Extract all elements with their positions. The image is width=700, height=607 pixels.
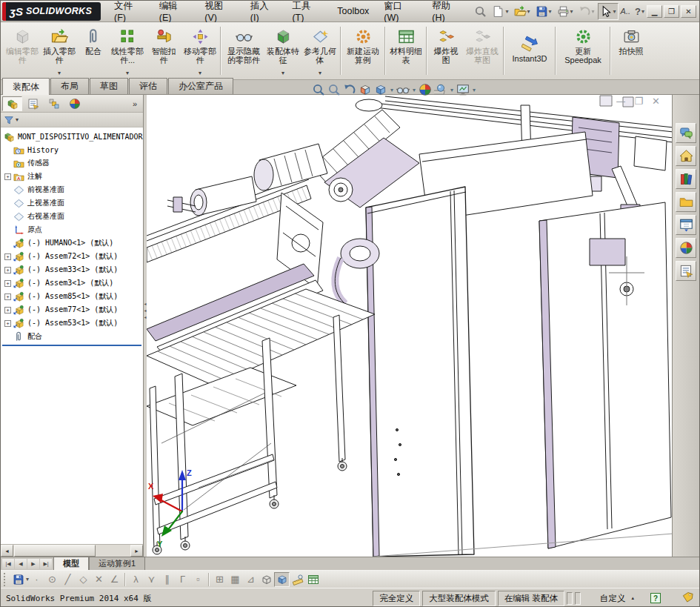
bom-button[interactable]: 材料明细表 bbox=[388, 24, 424, 77]
resources-icon[interactable] bbox=[676, 123, 696, 143]
expand-toggle[interactable]: + bbox=[4, 267, 11, 273]
panel-overflow-chevron[interactable]: » bbox=[133, 99, 141, 108]
chevron-down-icon[interactable]: ▾ bbox=[613, 8, 616, 15]
explode-line-sketch-button[interactable]: 爆炸直线草图 bbox=[464, 24, 501, 77]
mate-button[interactable]: 配合 bbox=[79, 24, 108, 77]
tree-item-assem33[interactable]: + (-) Assem33<1> (默认) bbox=[1, 263, 143, 276]
first-tab-icon[interactable]: |◀ bbox=[2, 559, 14, 569]
tree-item-origin[interactable]: 原点 bbox=[1, 223, 143, 236]
snapshot-button[interactable]: 拍快照 bbox=[613, 24, 649, 77]
assembly-features-button[interactable]: 装配体特征 ▾ bbox=[265, 24, 301, 77]
chevron-down-icon[interactable]: ▾ bbox=[473, 87, 476, 93]
chevron-down-icon[interactable]: ▾ bbox=[319, 70, 321, 76]
configurationmanager-icon[interactable] bbox=[44, 96, 64, 111]
grid-icon[interactable]: ▦ bbox=[227, 572, 243, 587]
tab-layout[interactable]: 布局 bbox=[50, 78, 89, 94]
chevron-up-icon[interactable]: ▴ bbox=[631, 595, 634, 601]
table-icon[interactable] bbox=[305, 572, 321, 587]
undo-icon[interactable]: ▾ bbox=[576, 3, 597, 20]
tree-item-front-plane[interactable]: 前视基准面 bbox=[1, 183, 143, 196]
exploded-view-button[interactable]: 爆炸视图 bbox=[430, 24, 462, 77]
chevron-down-icon[interactable]: ▾ bbox=[570, 8, 573, 15]
chevron-down-icon[interactable]: ▾ bbox=[450, 87, 453, 93]
menu-help[interactable]: 帮助(H) bbox=[424, 0, 470, 25]
chevron-down-icon[interactable]: ▾ bbox=[58, 70, 61, 76]
new-document-icon[interactable]: ▾ bbox=[490, 3, 510, 20]
view-settings-icon[interactable] bbox=[456, 83, 470, 96]
tree-item-assem53[interactable]: + (-) Assem53<1> (默认) bbox=[1, 316, 143, 330]
tab-model[interactable]: 模型 bbox=[53, 557, 89, 570]
linear-pattern-button[interactable]: 线性零部件... ▾ bbox=[110, 24, 145, 77]
chevron-down-icon[interactable]: ▾ bbox=[592, 8, 595, 15]
section-view-icon[interactable] bbox=[359, 83, 372, 96]
last-tab-icon[interactable]: ▶| bbox=[40, 559, 52, 569]
trim-icon[interactable]: ✕ bbox=[91, 572, 107, 587]
edit-component-button[interactable]: 编辑零部件 bbox=[4, 24, 40, 77]
design-library-icon[interactable] bbox=[676, 146, 696, 166]
parallel-icon[interactable]: ∥ bbox=[159, 572, 175, 587]
tree-item-sensors[interactable]: 传感器 bbox=[1, 156, 143, 170]
tab-sketch[interactable]: 草图 bbox=[90, 78, 128, 94]
file-explorer-icon[interactable] bbox=[676, 169, 696, 189]
doc-minimize-button[interactable]: — bbox=[616, 96, 625, 106]
sketch-line-icon[interactable]: ╱ bbox=[60, 572, 76, 587]
rollback-bar[interactable] bbox=[2, 345, 141, 346]
reference-geometry-button[interactable]: 参考几何体 ▾ bbox=[302, 24, 338, 77]
menu-tools[interactable]: 工具(T) bbox=[284, 0, 330, 25]
expand-toggle[interactable]: + bbox=[4, 253, 11, 260]
prev-tab-icon[interactable]: ◀ bbox=[15, 559, 27, 569]
search-folder-icon[interactable] bbox=[676, 192, 696, 212]
zoom-area-icon[interactable] bbox=[327, 83, 341, 96]
font-tool-icon[interactable]: A.. bbox=[619, 7, 632, 16]
custom-properties-icon[interactable] bbox=[676, 261, 696, 281]
tree-item-history[interactable]: History bbox=[1, 143, 143, 156]
tree-item-humano[interactable]: (-) HUMANO<1> (默认) bbox=[1, 236, 143, 250]
angle-snap-icon[interactable]: ⊿ bbox=[243, 572, 259, 587]
hide-show-items-icon[interactable] bbox=[396, 83, 410, 96]
chevron-down-icon[interactable]: ▾ bbox=[527, 8, 530, 15]
restore-button[interactable]: ❐ bbox=[664, 5, 679, 18]
help-icon[interactable]: ?▾ bbox=[633, 4, 647, 19]
split-icon[interactable]: ⋎ bbox=[144, 572, 159, 587]
custom-toolbar-control[interactable]: 自定义 ▴ bbox=[600, 593, 634, 604]
previous-view-icon[interactable] bbox=[343, 83, 356, 96]
chevron-down-icon[interactable]: ▾ bbox=[16, 116, 19, 123]
help-badge[interactable]: ? bbox=[650, 593, 661, 603]
apply-scene-icon[interactable] bbox=[434, 83, 447, 96]
menu-toolbox[interactable]: Toolbox bbox=[330, 4, 376, 19]
menu-window[interactable]: 窗口(W) bbox=[376, 0, 424, 25]
save-icon[interactable]: ▾ bbox=[533, 3, 554, 20]
chevron-down-icon[interactable]: ▾ bbox=[641, 8, 644, 15]
menu-view[interactable]: 视图(V) bbox=[197, 0, 243, 25]
close-button[interactable]: ✕ bbox=[681, 5, 696, 18]
tab-evaluate[interactable]: 评估 bbox=[129, 78, 167, 94]
tree-item-assem72[interactable]: + (-) Assem72<1> (默认) bbox=[1, 250, 143, 263]
wireframe-icon[interactable] bbox=[259, 572, 274, 587]
menu-file[interactable]: 文件(F) bbox=[107, 0, 152, 25]
chevron-down-icon[interactable]: ▾ bbox=[281, 70, 284, 76]
print-icon[interactable]: ▾ bbox=[555, 3, 576, 20]
next-tab-icon[interactable]: ▶ bbox=[27, 559, 39, 569]
featuremanager-tree-icon[interactable] bbox=[2, 96, 22, 111]
propertymanager-icon[interactable] bbox=[23, 96, 43, 111]
tab-motion-study-1[interactable]: 运动算例1 bbox=[89, 557, 145, 570]
view-palette-icon[interactable] bbox=[676, 215, 696, 235]
graphics-viewport[interactable]: — ❐ ✕ bbox=[147, 95, 672, 557]
tab-assembly[interactable]: 装配体 bbox=[2, 78, 50, 95]
dimension-icon[interactable]: ⊞ bbox=[212, 572, 227, 587]
open-icon[interactable]: ▾ bbox=[512, 3, 533, 20]
insert-component-button[interactable]: 插入零部件 ▾ bbox=[41, 24, 77, 77]
expand-toggle[interactable]: + bbox=[4, 320, 11, 327]
scroll-left-icon[interactable]: ◄ bbox=[1, 545, 13, 557]
scroll-right-icon[interactable]: ► bbox=[130, 545, 143, 557]
smart-fasteners-button[interactable]: 智能扣件 bbox=[147, 24, 181, 77]
doc-restore-button[interactable]: ❐ bbox=[634, 96, 643, 106]
doc-close-button[interactable]: ✕ bbox=[652, 96, 660, 106]
move-component-button[interactable]: 移动零部件 ▾ bbox=[182, 24, 218, 77]
tree-item-annotations[interactable]: + 注解 bbox=[1, 170, 143, 183]
zoom-fit-icon[interactable] bbox=[312, 83, 325, 96]
minimize-button[interactable]: ▁ bbox=[647, 5, 662, 18]
chevron-down-icon[interactable]: ▾ bbox=[413, 87, 416, 93]
tree-item-assem85[interactable]: + (-) Assem85<1> (默认) bbox=[1, 290, 143, 303]
sketch-point-icon[interactable]: · bbox=[29, 572, 44, 587]
